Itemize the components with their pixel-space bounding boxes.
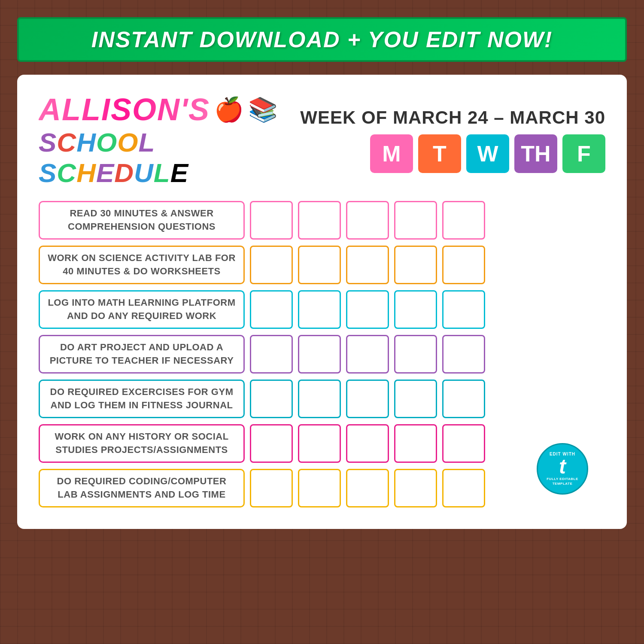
day-friday: F	[562, 134, 605, 173]
checkboxes-3	[250, 290, 605, 329]
banner-text: INSTANT DOWNLOAD + YOU EDIT NOW!	[19, 27, 625, 52]
checkbox-6-thu[interactable]	[394, 424, 437, 463]
schedule-row-6: WORK ON ANY HISTORY OR SOCIAL STUDIES PR…	[39, 424, 605, 463]
checkbox-2-tue[interactable]	[298, 246, 341, 284]
day-thursday: TH	[514, 134, 557, 173]
checkbox-3-wed[interactable]	[346, 290, 389, 329]
task-label-7: DO REQUIRED CODING/COMPUTER LAB ASSIGNME…	[39, 469, 245, 507]
allisons-line: ALLISON'S 🍎 📚	[39, 92, 278, 127]
checkbox-6-tue[interactable]	[298, 424, 341, 463]
header-row: ALLISON'S 🍎 📚 SCHOOL SCHEDULE WEEK OF MA…	[39, 92, 605, 188]
title-block: ALLISON'S 🍎 📚 SCHOOL SCHEDULE	[39, 92, 300, 188]
day-headers: M T W TH F	[370, 134, 605, 173]
task-label-1: READ 30 MINUTES & ANSWER COMPREHENSION Q…	[39, 201, 245, 240]
checkbox-6-fri[interactable]	[442, 424, 485, 463]
schedule-row-1: READ 30 MINUTES & ANSWER COMPREHENSION Q…	[39, 201, 605, 240]
books-icon: 📚	[248, 96, 278, 124]
templett-badge: EDIT WITH t FULLY EDITABLETEMPLATE	[537, 443, 588, 495]
checkbox-3-tue[interactable]	[298, 290, 341, 329]
school-schedule-title: SCHOOL SCHEDULE	[39, 127, 300, 188]
checkbox-4-tue[interactable]	[298, 335, 341, 374]
week-of-text: WEEK OF MARCH 24 – MARCH 30	[300, 107, 605, 128]
checkboxes-5	[250, 380, 605, 418]
checkbox-7-mon[interactable]	[250, 469, 293, 507]
checkbox-4-wed[interactable]	[346, 335, 389, 374]
checkbox-5-fri[interactable]	[442, 380, 485, 418]
checkbox-2-fri[interactable]	[442, 246, 485, 284]
day-monday: M	[370, 134, 413, 173]
checkbox-3-thu[interactable]	[394, 290, 437, 329]
week-section: WEEK OF MARCH 24 – MARCH 30 M T W TH F	[300, 107, 605, 173]
schedule-row-4: DO ART PROJECT AND UPLOAD A PICTURE TO T…	[39, 335, 605, 374]
task-label-5: DO REQUIRED EXCERCISES FOR GYM AND LOG T…	[39, 380, 245, 418]
checkbox-7-wed[interactable]	[346, 469, 389, 507]
checkbox-5-tue[interactable]	[298, 380, 341, 418]
checkbox-5-wed[interactable]	[346, 380, 389, 418]
checkbox-1-thu[interactable]	[394, 201, 437, 240]
student-name: ALLISON'S	[39, 92, 210, 127]
task-label-4: DO ART PROJECT AND UPLOAD A PICTURE TO T…	[39, 335, 245, 374]
schedule-row-3: LOG INTO MATH LEARNING PLATFORM AND DO A…	[39, 290, 605, 329]
checkbox-1-fri[interactable]	[442, 201, 485, 240]
checkbox-1-mon[interactable]	[250, 201, 293, 240]
checkbox-7-fri[interactable]	[442, 469, 485, 507]
checkbox-6-wed[interactable]	[346, 424, 389, 463]
apple-icon: 🍎	[214, 96, 244, 124]
checkbox-4-fri[interactable]	[442, 335, 485, 374]
task-label-6: WORK ON ANY HISTORY OR SOCIAL STUDIES PR…	[39, 424, 245, 463]
checkbox-4-mon[interactable]	[250, 335, 293, 374]
schedule-grid: READ 30 MINUTES & ANSWER COMPREHENSION Q…	[39, 201, 605, 507]
promo-banner: INSTANT DOWNLOAD + YOU EDIT NOW!	[17, 17, 627, 62]
badge-t-letter: t	[559, 456, 566, 477]
checkbox-5-mon[interactable]	[250, 380, 293, 418]
badge-tagline: FULLY EDITABLETEMPLATE	[547, 477, 578, 486]
task-label-2: WORK ON SCIENCE ACTIVITY LAB FOR 40 MINU…	[39, 246, 245, 284]
schedule-row-7: DO REQUIRED CODING/COMPUTER LAB ASSIGNME…	[39, 469, 605, 507]
day-wednesday: W	[466, 134, 509, 173]
main-card: ALLISON'S 🍎 📚 SCHOOL SCHEDULE WEEK OF MA…	[17, 75, 627, 529]
checkbox-4-thu[interactable]	[394, 335, 437, 374]
checkbox-7-tue[interactable]	[298, 469, 341, 507]
checkbox-2-thu[interactable]	[394, 246, 437, 284]
schedule-row-2: WORK ON SCIENCE ACTIVITY LAB FOR 40 MINU…	[39, 246, 605, 284]
checkbox-1-tue[interactable]	[298, 201, 341, 240]
checkbox-3-fri[interactable]	[442, 290, 485, 329]
checkbox-7-thu[interactable]	[394, 469, 437, 507]
checkbox-1-wed[interactable]	[346, 201, 389, 240]
checkboxes-1	[250, 201, 605, 240]
task-label-3: LOG INTO MATH LEARNING PLATFORM AND DO A…	[39, 290, 245, 329]
checkboxes-4	[250, 335, 605, 374]
checkbox-2-mon[interactable]	[250, 246, 293, 284]
day-tuesday: T	[418, 134, 461, 173]
checkboxes-2	[250, 246, 605, 284]
checkbox-5-thu[interactable]	[394, 380, 437, 418]
checkbox-6-mon[interactable]	[250, 424, 293, 463]
checkbox-2-wed[interactable]	[346, 246, 389, 284]
schedule-row-5: DO REQUIRED EXCERCISES FOR GYM AND LOG T…	[39, 380, 605, 418]
checkbox-3-mon[interactable]	[250, 290, 293, 329]
